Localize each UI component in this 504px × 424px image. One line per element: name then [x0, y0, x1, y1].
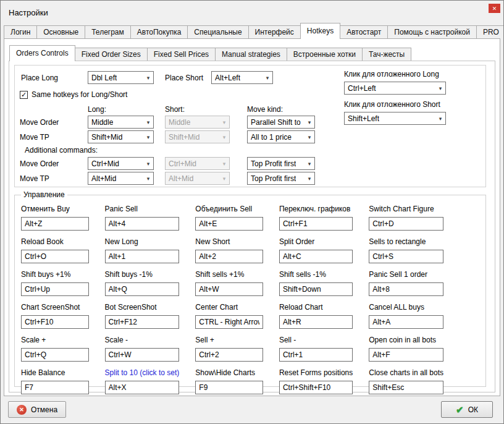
hotkey-input[interactable]: [279, 250, 353, 263]
subtab-manual-strategies[interactable]: Manual strategies: [215, 48, 287, 61]
tab-pro[interactable]: PRO: [476, 25, 504, 38]
hotkey-cell-hide-balance: Hide Balance: [21, 368, 89, 394]
close-button[interactable]: ✕: [489, 4, 500, 13]
additional-move-tp-label: Move TP: [20, 174, 49, 183]
move-tp-long-select[interactable]: Shift+Mid ▾: [88, 130, 154, 143]
hotkey-input[interactable]: [105, 348, 180, 362]
tab-telegram[interactable]: Телеграм: [85, 25, 131, 38]
hotkey-input[interactable]: [369, 381, 443, 394]
same-hotkeys-checkbox[interactable]: ✓ Same hotkeys for Long/Short: [20, 90, 127, 99]
tab-special[interactable]: Специальные: [187, 25, 248, 38]
move-tp-kind-select[interactable]: All to 1 price ▾: [247, 130, 315, 143]
move-order-long-select[interactable]: Middle ▾: [88, 116, 154, 129]
tab-hotkeys[interactable]: Hotkeys: [300, 23, 340, 39]
additional-move-order-kind-select[interactable]: Top Profit first ▾: [247, 157, 315, 170]
close-icon: ✕: [492, 6, 497, 12]
hotkey-label: New Short: [195, 237, 263, 247]
chevron-down-icon: ▾: [304, 134, 314, 140]
hotkey-cell-open-coin-all-bots: Open coin in all bots: [369, 336, 443, 362]
hotkey-label: Отменить Buy: [21, 205, 89, 214]
pending-long-select[interactable]: Ctrl+Left ▾: [344, 82, 446, 95]
move-order-kind-select[interactable]: Parallel Shift to ▾: [247, 116, 315, 129]
subtab-orders-controls[interactable]: Orders Controls: [9, 45, 75, 61]
place-short-label: Place Short: [165, 74, 203, 82]
hotkey-input[interactable]: [279, 315, 353, 329]
chevron-down-icon: ▾: [435, 116, 445, 122]
hotkey-input[interactable]: [21, 250, 89, 263]
hotkey-input[interactable]: [195, 217, 263, 231]
hotkey-input[interactable]: [369, 282, 443, 296]
chevron-down-icon: ▾: [304, 161, 314, 167]
tab-interface[interactable]: Интерфейс: [248, 25, 301, 38]
hotkey-cell-show-hide-charts: Show\Hide Charts: [195, 368, 263, 394]
hotkey-cell-scale-plus: Scale +: [21, 336, 89, 362]
split-to-10-link[interactable]: Split to 10 (click to set): [105, 368, 180, 378]
additional-move-order-label: Move Order: [20, 159, 59, 168]
hotkey-input[interactable]: [369, 250, 443, 263]
chevron-down-icon: ▾: [143, 134, 153, 140]
subtab-touch-gestures[interactable]: Тач-жесты: [362, 48, 411, 61]
hotkey-input[interactable]: [195, 348, 263, 362]
place-short-select[interactable]: Alt+Left ▾: [211, 71, 273, 84]
hotkey-input[interactable]: [105, 282, 180, 296]
hotkey-cell-cancel-buy: Отменить Buy: [21, 205, 89, 231]
chevron-down-icon: ▾: [143, 119, 153, 125]
hotkey-cell-panic-sell: Panic Sell: [105, 205, 180, 231]
combo-value: Alt+Mid: [91, 174, 116, 183]
subtab-builtin-hotkeys[interactable]: Встроенные хотки: [287, 48, 363, 61]
hotkey-input[interactable]: [279, 348, 353, 362]
pending-short-label: Клик для отложенного Short: [344, 100, 440, 109]
tab-autobuy[interactable]: АвтоПокупка: [130, 25, 188, 38]
ok-button-label: ОК: [468, 405, 478, 414]
hotkey-input[interactable]: [195, 315, 263, 329]
tab-login[interactable]: Логин: [4, 25, 37, 38]
ok-button[interactable]: ✔ ОК: [441, 401, 493, 418]
hotkey-input[interactable]: [21, 348, 89, 362]
hotkey-cell-sells-to-rectangle: Sells to rectangle: [369, 237, 443, 263]
hotkey-label: Close charts in all bots: [369, 368, 443, 378]
chevron-down-icon: ▾: [143, 176, 153, 182]
hotkey-cell-reload-chart: Reload Chart: [279, 303, 353, 329]
tab-main[interactable]: Основные: [36, 25, 85, 38]
pending-short-select[interactable]: Shift+Left ▾: [344, 112, 446, 125]
hotkey-input[interactable]: [369, 348, 443, 362]
hotkey-cell-shift-sells-up: Shift sells +1%: [195, 270, 263, 296]
column-header-short: Short:: [165, 105, 185, 114]
titlebar: Настройки ✕: [1, 1, 503, 23]
subtab-fixed-sell-prices[interactable]: Fixed Sell Prices: [147, 48, 216, 61]
subtab-fixed-order-sizes[interactable]: Fixed Order Sizes: [75, 48, 148, 61]
hotkey-input[interactable]: [105, 250, 180, 263]
hotkey-label: Reload Chart: [279, 303, 353, 313]
hotkey-cell-close-charts-all-bots: Close charts in all bots: [369, 368, 443, 394]
hotkey-input[interactable]: [369, 217, 443, 231]
hotkey-input[interactable]: [21, 381, 89, 394]
checkbox-checked-icon: ✓: [20, 91, 28, 99]
hotkey-input[interactable]: [195, 381, 263, 394]
hotkey-input[interactable]: [105, 381, 180, 394]
hotkey-cell-sell-minus: Sell -: [279, 336, 353, 362]
hotkey-input[interactable]: [279, 217, 353, 231]
hotkey-input[interactable]: [195, 282, 263, 296]
additional-move-tp-long-select[interactable]: Alt+Mid ▾: [88, 172, 154, 185]
cancel-button[interactable]: ✕ Отмена: [8, 401, 66, 418]
hotkey-input[interactable]: [279, 282, 353, 296]
additional-move-order-long-select[interactable]: Ctrl+Mid ▾: [88, 157, 154, 170]
column-header-move-kind: Move kind:: [247, 105, 283, 114]
additional-move-tp-kind-select[interactable]: Top Profit first ▾: [247, 172, 315, 185]
tab-autostart[interactable]: Автостарт: [340, 25, 388, 38]
hotkey-input[interactable]: [21, 282, 89, 296]
combo-value: Top Profit first: [251, 174, 296, 183]
tab-setup-help[interactable]: Помощь с настройкой: [387, 25, 477, 38]
hotkey-cell-scale-minus: Scale -: [105, 336, 180, 362]
combo-value: Parallel Shift to: [251, 118, 301, 127]
hotkey-input[interactable]: [21, 217, 89, 231]
hotkey-input[interactable]: [105, 217, 180, 231]
hotkey-input[interactable]: [21, 315, 89, 329]
cancel-button-label: Отмена: [31, 405, 57, 414]
hotkey-input[interactable]: [279, 381, 353, 394]
hotkey-cell-shift-buys-down: Shift buys -1%: [105, 270, 180, 296]
hotkey-input[interactable]: [369, 315, 443, 329]
hotkey-input[interactable]: [195, 250, 263, 263]
hotkey-input[interactable]: [105, 315, 180, 329]
place-long-select[interactable]: Dbl Left ▾: [88, 71, 154, 84]
